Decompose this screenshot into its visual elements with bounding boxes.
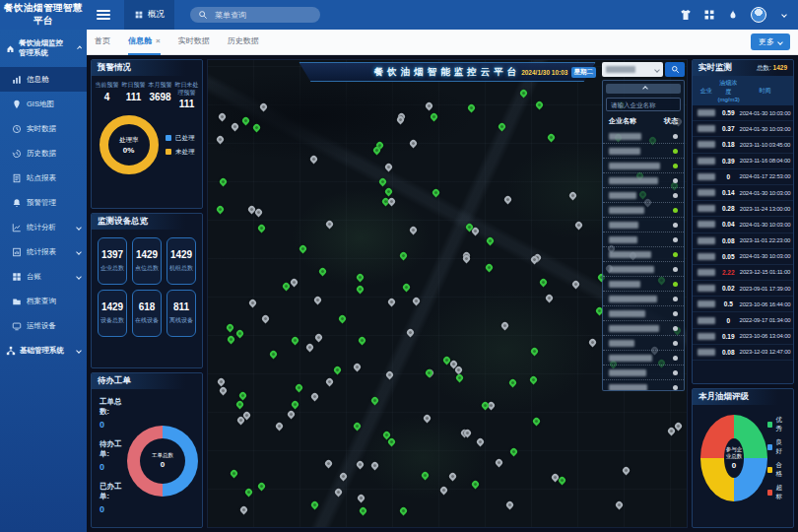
map-pin[interactable] — [420, 470, 430, 480]
company-row[interactable] — [603, 173, 684, 188]
sidebar-item-8[interactable]: 统计报表 — [0, 239, 87, 264]
map-pin[interactable] — [325, 377, 335, 387]
map-pin[interactable] — [498, 121, 507, 131]
map-pin[interactable] — [535, 100, 545, 110]
map-pin[interactable] — [356, 285, 366, 295]
realtime-row[interactable]: 0.182023-11-10 03:45:00 — [693, 137, 793, 153]
company-row[interactable] — [603, 336, 684, 351]
map-pin[interactable] — [475, 437, 485, 447]
chevron-down-icon[interactable] — [781, 12, 787, 18]
map-pin[interactable] — [399, 505, 409, 515]
map-pin[interactable] — [503, 195, 513, 205]
menu-search[interactable] — [190, 7, 320, 23]
sidebar-item-7[interactable]: 统计分析 — [0, 215, 87, 239]
map-pin[interactable] — [484, 262, 494, 272]
more-button[interactable]: 更多 — [751, 33, 790, 50]
map-pin[interactable] — [217, 111, 227, 121]
realtime-row[interactable]: 0.042024-01-30 10:03:00 — [693, 217, 793, 233]
map-pin[interactable] — [412, 297, 422, 306]
map-pin[interactable] — [299, 244, 308, 254]
map-pin[interactable] — [370, 395, 380, 405]
map-pin[interactable] — [528, 374, 538, 384]
map-pin[interactable] — [234, 400, 244, 410]
map-pin[interactable] — [310, 499, 320, 509]
map-pin[interactable] — [386, 298, 396, 307]
apps-icon[interactable] — [703, 9, 715, 21]
map-pin[interactable] — [369, 460, 379, 470]
company-row[interactable] — [603, 277, 684, 292]
company-row[interactable] — [603, 262, 684, 277]
realtime-row[interactable]: 0.52023-10-06 16:44:00 — [693, 297, 793, 312]
map-pin[interactable] — [467, 103, 477, 113]
map-pin[interactable] — [519, 89, 529, 99]
map-pin[interactable] — [431, 188, 440, 198]
map-pin[interactable] — [333, 365, 343, 374]
map-pin[interactable] — [539, 277, 549, 287]
map-pin[interactable] — [239, 504, 249, 514]
map-pin[interactable] — [402, 283, 412, 293]
map-pin[interactable] — [622, 466, 632, 476]
company-row[interactable] — [603, 321, 684, 336]
realtime-row[interactable]: 0.052024-01-30 10:03:00 — [693, 249, 793, 265]
map-pin[interactable] — [323, 458, 333, 468]
map-pin[interactable] — [546, 133, 556, 143]
map-pin[interactable] — [290, 335, 299, 345]
map-pin[interactable] — [448, 471, 458, 481]
collapse-toggle[interactable] — [606, 84, 681, 94]
sidebar-item-6[interactable]: 预警管理 — [0, 190, 87, 215]
sidebar-item-4[interactable]: 历史数据 — [0, 141, 87, 166]
realtime-row[interactable]: 02024-01-17 22:53:00 — [693, 169, 793, 185]
company-row[interactable] — [603, 188, 684, 203]
company-row[interactable] — [603, 233, 684, 247]
map-pin[interactable] — [425, 101, 434, 111]
map-canvas[interactable]: 餐饮油烟智能监控云平台 2024/1/30 10:03 星期二 — [207, 59, 688, 528]
map-pin[interactable] — [359, 505, 368, 515]
map-pin[interactable] — [358, 336, 367, 346]
theme-icon[interactable] — [680, 9, 692, 21]
map-pin[interactable] — [430, 111, 439, 121]
map-pin[interactable] — [215, 204, 225, 214]
company-row[interactable] — [603, 366, 684, 380]
map-pin[interactable] — [504, 500, 514, 510]
menu-toggle-icon[interactable] — [97, 10, 110, 20]
map-pin[interactable] — [309, 391, 319, 401]
map-pin[interactable] — [455, 373, 465, 383]
map-pin[interactable] — [423, 414, 432, 424]
map-pin[interactable] — [237, 391, 247, 401]
realtime-row[interactable]: 0.192023-10-06 13:04:00 — [693, 329, 793, 345]
map-pin[interactable] — [294, 383, 303, 393]
map-pin[interactable] — [259, 102, 269, 112]
realtime-row[interactable]: 0.082023-12-03 12:47:00 — [693, 345, 793, 361]
map-pin[interactable] — [378, 177, 388, 187]
map-pin[interactable] — [356, 493, 366, 502]
map-pin[interactable] — [356, 460, 366, 470]
map-pin[interactable] — [308, 154, 318, 164]
map-pin[interactable] — [312, 296, 322, 305]
map-pin[interactable] — [470, 479, 480, 489]
sidebar-item-3[interactable]: 实时数据 — [0, 116, 87, 141]
map-pin[interactable] — [304, 342, 314, 352]
map-pin[interactable] — [317, 266, 327, 276]
company-row[interactable] — [603, 380, 684, 390]
realtime-row[interactable]: 0.022023-09-01 17:39:00 — [693, 281, 793, 297]
map-pin[interactable] — [260, 313, 270, 323]
tab-4[interactable]: 历史数据 — [228, 30, 259, 55]
realtime-row[interactable]: 0.392023-11-16 08:04:00 — [693, 154, 793, 169]
company-row[interactable] — [603, 159, 684, 173]
realtime-row[interactable]: 02022-09-17 01:34:00 — [693, 312, 793, 328]
company-row[interactable] — [603, 351, 684, 366]
company-name-input[interactable] — [606, 98, 681, 111]
map-pin[interactable] — [269, 349, 279, 359]
map-pin[interactable] — [386, 437, 396, 447]
map-pin[interactable] — [325, 219, 335, 229]
sidebar-item-10[interactable]: 档案查询 — [0, 289, 87, 313]
sidebar-item-9[interactable]: 台账 — [0, 264, 87, 289]
map-pin[interactable] — [529, 347, 539, 357]
company-search-button[interactable] — [665, 62, 685, 77]
map-pin[interactable] — [290, 278, 299, 288]
realtime-row[interactable]: 0.082023-11-01 22:23:00 — [693, 233, 793, 249]
flame-icon[interactable] — [727, 9, 739, 21]
company-row[interactable] — [603, 144, 684, 159]
map-pin[interactable] — [287, 409, 297, 419]
map-pin[interactable] — [218, 385, 228, 395]
